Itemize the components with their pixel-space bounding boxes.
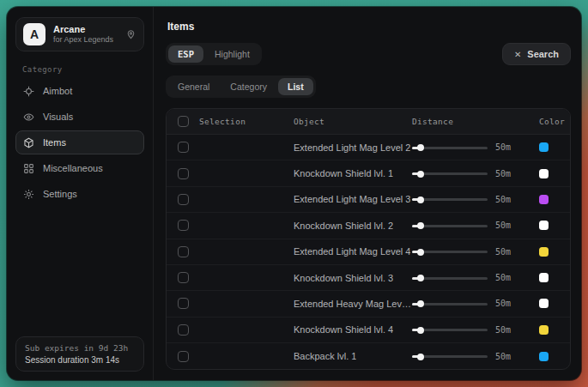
sidebar: A Arcane for Apex Legends Category Aimbo… — [7, 7, 154, 380]
color-swatch[interactable] — [539, 247, 549, 257]
distance-slider[interactable] — [412, 221, 488, 230]
view-tabs: General Category List — [166, 76, 316, 98]
table-row[interactable]: Backpack lvl. 1 50m — [167, 343, 570, 369]
distance-slider[interactable] — [412, 169, 488, 178]
color-swatch[interactable] — [539, 195, 549, 204]
color-swatch[interactable] — [539, 273, 549, 282]
distance-value: 50m — [495, 352, 511, 361]
tab-category[interactable]: Category — [221, 78, 276, 95]
gear-icon — [23, 189, 34, 200]
search-button-label: Search — [527, 49, 559, 59]
app-subtitle: for Apex Legends — [53, 35, 118, 45]
distance-value: 50m — [495, 325, 511, 335]
select-all-checkbox[interactable] — [178, 116, 189, 127]
sidebar-item-label: Miscellaneous — [43, 163, 103, 173]
table-row[interactable]: Knockdown Shield lvl. 4 50m — [167, 317, 570, 343]
table-row[interactable]: Knockdown Shield lvl. 3 50m — [167, 265, 570, 291]
color-swatch[interactable] — [539, 325, 549, 335]
table-row[interactable]: Extended Light Mag Level 2 50m — [167, 135, 570, 160]
color-swatch[interactable] — [539, 169, 549, 178]
close-icon: ✕ — [514, 50, 521, 59]
sidebar-item-settings[interactable]: Settings — [15, 182, 144, 206]
tab-list[interactable]: List — [278, 78, 313, 95]
object-name: Extended Heavy Mag Level 1 — [294, 299, 412, 309]
color-swatch[interactable] — [539, 221, 549, 230]
tab-highlight[interactable]: Highlight — [205, 45, 259, 63]
tab-general[interactable]: General — [168, 78, 219, 95]
distance-value: 50m — [495, 142, 511, 152]
distance-value: 50m — [495, 195, 511, 204]
row-checkbox[interactable] — [178, 220, 189, 231]
page-title: Items — [167, 21, 571, 33]
grid-icon — [23, 163, 34, 174]
object-name: Extended Light Mag Level 4 — [294, 246, 410, 257]
object-name: Knockdown Shield lvl. 3 — [294, 273, 393, 283]
distance-value: 50m — [495, 169, 511, 178]
distance-slider[interactable] — [412, 195, 488, 203]
table-row[interactable]: Extended Light Mag Level 4 50m — [167, 239, 570, 265]
brand-card: A Arcane for Apex Legends — [15, 17, 144, 51]
header-object: Object — [294, 117, 324, 126]
table-row[interactable]: Knockdown Shield lvl. 2 50m — [167, 213, 570, 239]
sidebar-item-visuals[interactable]: Visuals — [15, 105, 144, 129]
distance-slider[interactable] — [412, 352, 488, 360]
color-swatch[interactable] — [539, 352, 549, 361]
sidebar-item-label: Items — [43, 137, 66, 148]
app-window: A Arcane for Apex Legends Category Aimbo… — [7, 7, 581, 380]
table-row[interactable]: Extended Light Mag Level 3 50m — [167, 187, 570, 213]
row-checkbox[interactable] — [178, 142, 189, 153]
distance-value: 50m — [495, 273, 511, 282]
row-checkbox[interactable] — [178, 324, 189, 336]
row-checkbox[interactable] — [178, 351, 189, 362]
mode-tabs: ESP Highlight — [166, 43, 262, 65]
pin-icon[interactable] — [125, 29, 136, 40]
distance-value: 50m — [495, 299, 511, 308]
color-swatch[interactable] — [539, 299, 549, 308]
object-name: Extended Light Mag Level 3 — [294, 194, 410, 204]
tab-esp[interactable]: ESP — [168, 45, 203, 63]
eye-icon — [23, 112, 34, 123]
sidebar-item-miscellaneous[interactable]: Miscellaneous — [15, 156, 144, 180]
session-duration-text: Session duration 3m 14s — [25, 355, 135, 365]
main-panel: Items ESP Highlight ✕ Search General Cat… — [154, 7, 581, 380]
row-checkbox[interactable] — [178, 298, 189, 309]
row-checkbox[interactable] — [178, 272, 189, 283]
color-swatch[interactable] — [539, 142, 549, 152]
row-checkbox[interactable] — [178, 246, 189, 257]
sidebar-item-items[interactable]: Items — [15, 130, 144, 154]
object-name: Extended Light Mag Level 2 — [294, 142, 410, 153]
sidebar-item-label: Settings — [43, 189, 77, 199]
row-checkbox[interactable] — [178, 168, 189, 179]
package-icon — [23, 137, 34, 148]
distance-value: 50m — [495, 221, 511, 230]
distance-slider[interactable] — [412, 325, 488, 334]
session-card: Sub expires in 9d 23h Session duration 3… — [15, 336, 144, 372]
sidebar-item-label: Aimbot — [43, 86, 72, 96]
distance-slider[interactable] — [412, 143, 488, 152]
category-label: Category — [22, 65, 139, 74]
distance-slider[interactable] — [412, 247, 488, 256]
table-row[interactable]: Knockdown Shield lvl. 1 50m — [167, 160, 570, 186]
row-checkbox[interactable] — [178, 194, 189, 205]
distance-value: 50m — [495, 247, 511, 257]
sub-expires-text: Sub expires in 9d 23h — [25, 343, 135, 353]
table-row[interactable]: Extended Heavy Mag Level 1 50m — [167, 291, 570, 317]
header-selection: Selection — [199, 117, 246, 126]
distance-slider[interactable] — [412, 274, 488, 282]
search-button[interactable]: ✕ Search — [502, 43, 571, 65]
header-color: Color — [539, 117, 565, 126]
app-logo: A — [23, 23, 45, 45]
object-name: Knockdown Shield lvl. 2 — [294, 221, 393, 231]
items-table: Selection Object Distance Color Extended… — [166, 108, 571, 370]
sidebar-item-label: Visuals — [43, 112, 73, 122]
object-name: Backpack lvl. 1 — [294, 351, 356, 361]
object-name: Knockdown Shield lvl. 1 — [294, 168, 393, 178]
header-distance: Distance — [412, 117, 453, 126]
app-name: Arcane — [53, 24, 118, 35]
table-header: Selection Object Distance Color — [167, 109, 570, 135]
sidebar-item-aimbot[interactable]: Aimbot — [15, 79, 144, 103]
distance-slider[interactable] — [412, 299, 488, 308]
crosshair-icon — [23, 86, 34, 97]
object-name: Knockdown Shield lvl. 4 — [294, 324, 393, 335]
